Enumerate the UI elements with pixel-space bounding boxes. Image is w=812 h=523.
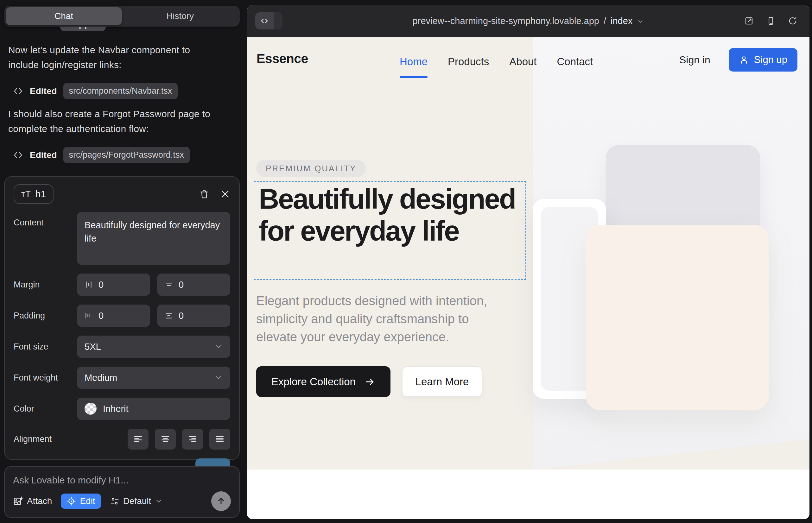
arrow-up-icon xyxy=(216,497,226,506)
sign-up-label: Sign up xyxy=(754,54,787,66)
font-weight-value: Medium xyxy=(85,373,117,383)
align-justify-icon xyxy=(215,434,225,444)
hero-section: Essence Home Products About Contact Sign… xyxy=(247,37,810,469)
content-label: Content xyxy=(14,212,77,228)
alignment-field-row: Alignment xyxy=(14,429,230,450)
composer-placeholder[interactable]: Ask Lovable to modify H1... xyxy=(13,475,231,486)
site-navbar: Essence Home Products About Contact Sign… xyxy=(247,37,810,97)
lovable-sidebar: Chat History Now let's update the Navbar… xyxy=(0,0,247,523)
edited-file-row[interactable]: Edited src/components/Navbar.tsx xyxy=(13,83,178,99)
hero-description: Elegant products designed with intention… xyxy=(256,292,513,346)
attach-button[interactable]: Attach xyxy=(13,496,52,506)
align-left-icon xyxy=(133,434,143,444)
font-weight-field-row: Font weight Medium xyxy=(14,366,230,389)
chat-message: I should also create a Forgot Password p… xyxy=(8,106,217,136)
premium-quality-badge: PREMIUM QUALITY xyxy=(256,160,366,177)
edit-label: Edit xyxy=(80,496,95,506)
padding-field-row: Padding 0 0 xyxy=(14,305,230,327)
site-content: Essence Home Products About Contact Sign… xyxy=(247,37,810,519)
text-size-icon: тT xyxy=(21,189,31,199)
content-textarea[interactable]: Beautifully designed for everyday life xyxy=(77,212,230,265)
edited-label: Edited xyxy=(30,150,57,160)
editor-header: тT h1 xyxy=(14,184,230,204)
sign-in-link[interactable]: Sign in xyxy=(679,54,710,66)
align-center-icon xyxy=(160,434,170,444)
preview-browser-bar: preview--charming-site-symphony.lovable.… xyxy=(247,5,810,37)
align-right-button[interactable] xyxy=(182,429,203,450)
padding-vertical-value: 0 xyxy=(179,310,184,321)
font-weight-label: Font weight xyxy=(14,373,77,383)
attach-label: Attach xyxy=(27,496,52,506)
preview-url[interactable]: preview--charming-site-symphony.lovable.… xyxy=(413,16,644,26)
selected-element-pill[interactable]: тT h1 xyxy=(14,184,54,204)
target-icon xyxy=(67,497,76,506)
padding-horizontal-input[interactable]: 0 xyxy=(77,305,150,327)
margin-vertical-icon xyxy=(164,280,174,289)
file-chip[interactable]: src/components/Navbar.tsx xyxy=(63,83,178,99)
code-icon xyxy=(13,150,23,161)
chevron-down-icon xyxy=(214,374,223,382)
margin-vertical-value: 0 xyxy=(179,279,184,290)
nav-link-home[interactable]: Home xyxy=(400,56,427,68)
nav-link-products[interactable]: Products xyxy=(448,56,489,68)
sign-up-button[interactable]: Sign up xyxy=(729,48,797,72)
learn-more-button[interactable]: Learn More xyxy=(402,366,482,397)
external-link-icon xyxy=(744,16,754,26)
open-external-button[interactable] xyxy=(744,16,754,26)
nav-link-about[interactable]: About xyxy=(509,56,536,68)
explore-collection-button[interactable]: Explore Collection xyxy=(256,366,390,397)
url-page: index xyxy=(611,16,632,26)
refresh-icon xyxy=(788,16,797,26)
font-size-field-row: Font size 5XL xyxy=(14,336,230,358)
padding-label: Padding xyxy=(14,311,77,321)
padding-horizontal-icon xyxy=(84,311,93,320)
code-icon xyxy=(13,86,23,96)
font-weight-select[interactable]: Medium xyxy=(77,366,230,389)
scrolled-chip[interactable] xyxy=(60,26,106,31)
code-view-toggle[interactable] xyxy=(255,12,282,30)
hero-heading[interactable]: Beautifully designed for everyday life xyxy=(259,183,522,247)
chat-history-tabs: Chat History xyxy=(4,6,240,26)
padding-vertical-input[interactable]: 0 xyxy=(157,305,230,327)
align-justify-button[interactable] xyxy=(209,429,230,450)
site-preview-panel: preview--charming-site-symphony.lovable.… xyxy=(247,5,810,519)
margin-horizontal-input[interactable]: 0 xyxy=(77,273,150,296)
align-left-button[interactable] xyxy=(128,429,148,450)
toggle-track xyxy=(273,12,282,30)
close-editor-button[interactable] xyxy=(220,189,230,199)
tab-chat[interactable]: Chat xyxy=(6,7,122,25)
color-swatch xyxy=(85,403,96,415)
mobile-view-button[interactable] xyxy=(766,16,775,25)
chat-composer[interactable]: Ask Lovable to modify H1... Attach Edit … xyxy=(4,466,240,518)
nav-link-contact[interactable]: Contact xyxy=(557,56,593,68)
font-size-value: 5XL xyxy=(85,342,101,352)
element-tag-label: h1 xyxy=(35,189,46,199)
url-host: preview--charming-site-symphony.lovable.… xyxy=(413,16,599,26)
tab-history[interactable]: History xyxy=(122,7,238,25)
margin-vertical-input[interactable]: 0 xyxy=(157,273,230,296)
file-chip[interactable]: src/pages/ForgotPassword.tsx xyxy=(63,147,190,163)
chevron-down-icon xyxy=(637,18,644,25)
send-button[interactable] xyxy=(211,491,231,511)
edited-label: Edited xyxy=(30,86,57,96)
url-separator: / xyxy=(604,16,606,26)
font-size-select[interactable]: 5XL xyxy=(77,336,230,358)
margin-horizontal-icon xyxy=(84,280,93,289)
edited-file-row[interactable]: Edited src/pages/ForgotPassword.tsx xyxy=(13,147,190,163)
site-auth-actions: Sign in Sign up xyxy=(679,48,797,72)
color-select[interactable]: Inherit xyxy=(77,398,230,420)
edit-mode-button[interactable]: Edit xyxy=(61,493,101,509)
margin-field-row: Margin 0 0 xyxy=(14,273,230,296)
default-mode-button[interactable]: Default xyxy=(110,496,163,506)
align-center-button[interactable] xyxy=(155,429,176,450)
arrow-right-icon xyxy=(365,376,375,387)
h1-selection-outline[interactable]: Beautifully designed for everyday life xyxy=(254,181,526,280)
default-label: Default xyxy=(123,496,152,506)
delete-element-button[interactable] xyxy=(199,189,209,199)
align-right-icon xyxy=(188,434,198,444)
refresh-button[interactable] xyxy=(788,16,797,26)
color-label: Color xyxy=(14,404,77,414)
site-logo[interactable]: Essence xyxy=(257,51,308,66)
code-icon xyxy=(255,12,273,30)
margin-horizontal-value: 0 xyxy=(99,279,104,290)
